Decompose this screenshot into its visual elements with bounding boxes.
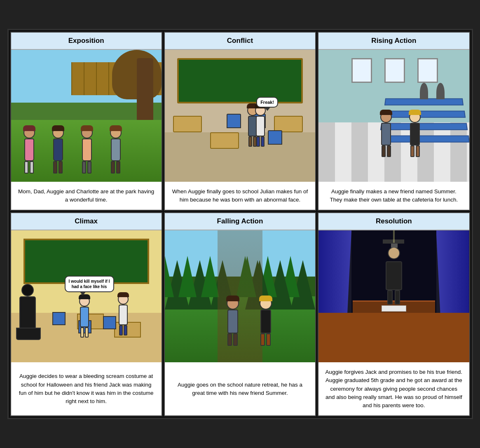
panel-exposition: Exposition [10, 32, 162, 211]
rising-action-header: Rising Action [318, 33, 469, 50]
panel-rising-action: Rising Action [318, 32, 470, 211]
panel-climax: Climax [10, 212, 162, 416]
climax-jack [118, 294, 129, 335]
character-dad [52, 127, 64, 174]
panel-conflict: Conflict [164, 32, 316, 211]
conflict-image: Freak! [165, 50, 315, 182]
chalkboard [177, 58, 303, 103]
rising-auggie [380, 111, 392, 157]
falling-action-header: Falling Action [165, 213, 315, 230]
falling-action-image [165, 230, 315, 362]
resolution-image [318, 230, 469, 362]
conflict-julian [255, 105, 266, 147]
exposition-header: Exposition [11, 33, 162, 50]
climax-text: Auggie decides to wear a bleeding scream… [11, 362, 162, 415]
falling-action-text: Auggie goes on the school nature retreat… [165, 362, 315, 415]
conflict-speech-bubble: Freak! [256, 97, 278, 108]
panel-resolution: Resolution [318, 212, 470, 416]
rising-summer [409, 111, 421, 157]
falling-summer [260, 297, 272, 346]
conflict-text: When Auggie finally goes to school Julia… [165, 182, 315, 210]
resolution-header: Resolution [318, 213, 469, 230]
conflict-header: Conflict [165, 33, 315, 50]
rising-action-image [318, 50, 469, 182]
climax-image: I would kill myself if I had a face like… [11, 230, 162, 362]
character-auggie [81, 127, 93, 174]
climax-auggie [79, 296, 90, 338]
resolution-graduate [386, 247, 402, 305]
exposition-text: Mom, Dad, Auggie and Charlotte are at th… [11, 182, 162, 210]
rising-action-text: Auggie finally makes a new friend named … [318, 182, 469, 210]
character-mom [23, 127, 35, 174]
character-charlotte [110, 127, 122, 174]
exposition-image [11, 50, 162, 182]
climax-speech-bubble: I would kill myself if I had a face like… [65, 276, 114, 292]
resolution-text: Auggie forgives Jack and promises to be … [318, 362, 469, 415]
panel-falling-action: Falling Action [164, 212, 316, 416]
climax-grim-reaper [19, 284, 36, 329]
storyboard: Exposition [7, 29, 473, 420]
climax-header: Climax [11, 213, 162, 230]
falling-auggie [227, 297, 239, 346]
